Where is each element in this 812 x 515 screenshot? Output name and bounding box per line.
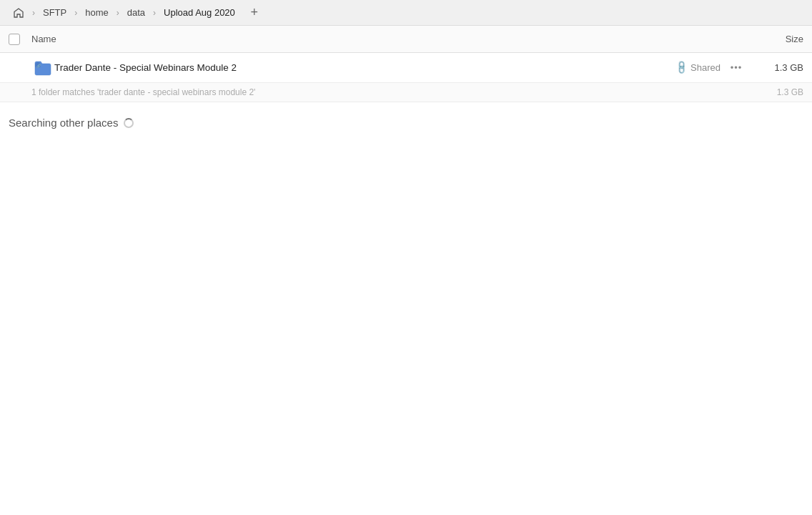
file-actions: 🔗 Shared •••: [675, 58, 746, 78]
more-options-button[interactable]: •••: [726, 58, 746, 78]
breadcrumb-bar: › SFTP › home › data › Upload Aug 2020 +: [0, 0, 812, 26]
folder-icon: 🔗: [31, 60, 54, 76]
file-name-label: Trader Dante - Special Webinars Module 2: [54, 62, 675, 73]
file-size-label: 1.3 GB: [746, 62, 803, 73]
searching-title-text: Searching other places: [9, 117, 118, 129]
column-size-header: Size: [746, 34, 803, 44]
table-row[interactable]: 🔗 Trader Dante - Special Webinars Module…: [0, 53, 812, 83]
header-checkbox-col: [9, 34, 31, 45]
separator-1: ›: [32, 8, 35, 18]
breadcrumb-data[interactable]: data: [123, 6, 149, 19]
searching-title: Searching other places: [9, 117, 803, 129]
separator-3: ›: [117, 8, 119, 18]
searching-section: Searching other places: [0, 102, 812, 136]
match-info-text: 1 folder matches 'trader dante - special…: [31, 87, 255, 97]
main-content: Name Size 🔗 Trader Dante - Special Webin…: [0, 26, 812, 515]
table-header: Name Size: [0, 26, 812, 53]
loading-spinner: [124, 118, 134, 128]
shared-label: Shared: [690, 62, 721, 73]
separator-2: ›: [74, 8, 77, 18]
match-info-size: 1.3 GB: [777, 87, 803, 97]
svg-text:🔗: 🔗: [36, 64, 41, 69]
more-icon: •••: [731, 62, 743, 73]
shared-badge[interactable]: 🔗 Shared: [675, 62, 721, 73]
add-tab-button[interactable]: +: [245, 4, 264, 22]
link-icon: 🔗: [673, 60, 689, 76]
match-info-row: 1 folder matches 'trader dante - special…: [0, 83, 812, 102]
breadcrumb-sftp[interactable]: SFTP: [39, 6, 71, 19]
column-name-header: Name: [31, 34, 746, 44]
select-all-checkbox[interactable]: [9, 34, 20, 45]
breadcrumb-upload-aug-2020[interactable]: Upload Aug 2020: [159, 6, 239, 19]
separator-4: ›: [153, 8, 156, 18]
home-button[interactable]: [9, 3, 29, 23]
breadcrumb-home[interactable]: home: [81, 6, 113, 19]
